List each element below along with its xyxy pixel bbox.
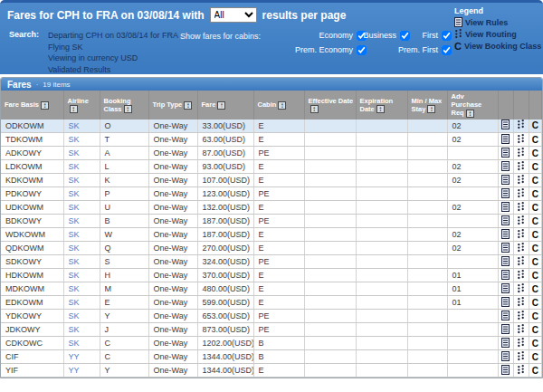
view-rules-button[interactable] — [498, 296, 513, 310]
view-rules-button[interactable] — [498, 147, 513, 160]
view-booking-class-button[interactable]: C — [529, 120, 542, 133]
legend-item-view-booking-class[interactable]: CView Booking Class — [454, 40, 541, 52]
sort-icon[interactable]: ↕ — [124, 105, 132, 113]
legend-item-view-rules[interactable]: View Rules — [454, 16, 541, 28]
view-rules-button[interactable] — [498, 323, 513, 337]
airline-link[interactable]: SK — [69, 162, 80, 171]
view-rules-button[interactable] — [498, 160, 513, 174]
view-routing-button[interactable] — [513, 364, 529, 378]
airline-link[interactable]: SK — [69, 339, 80, 348]
results-per-page-select[interactable]: All — [210, 7, 257, 23]
airline-link[interactable]: SK — [69, 325, 80, 334]
view-booking-class-button[interactable]: C — [529, 350, 542, 364]
column-header-cabin[interactable]: Cabin↕ — [253, 91, 304, 120]
view-routing-button[interactable] — [513, 242, 529, 255]
view-routing-button[interactable] — [513, 337, 529, 350]
view-routing-button[interactable] — [513, 282, 529, 296]
column-header-trip-type[interactable]: Trip Type↕ — [148, 91, 197, 120]
column-header-adv-purchase-req[interactable]: Adv Purchase Req↕ — [447, 91, 498, 120]
fare-row[interactable]: CIFYYCOne-Way1344.00(USD)BC — [1, 350, 542, 364]
view-routing-button[interactable] — [513, 215, 529, 228]
view-routing-button[interactable] — [513, 174, 529, 187]
fare-row[interactable]: ODKOWMSKOOne-Way33.00(USD)E02C — [1, 120, 542, 133]
airline-link[interactable]: SK — [69, 203, 80, 212]
view-booking-class-button[interactable]: C — [529, 269, 542, 282]
cabin-checkbox[interactable] — [442, 45, 452, 55]
view-booking-class-button[interactable]: C — [529, 160, 542, 174]
view-booking-class-button[interactable]: C — [529, 174, 542, 187]
view-routing-button[interactable] — [513, 350, 529, 364]
sort-icon[interactable]: ↑ — [217, 101, 225, 110]
airline-link[interactable]: SK — [69, 148, 80, 158]
view-rules-button[interactable] — [498, 187, 513, 201]
airline-link[interactable]: SK — [69, 230, 80, 239]
view-rules-button[interactable] — [498, 133, 513, 147]
view-rules-button[interactable] — [498, 242, 513, 255]
column-header-airline[interactable]: Airline↕ — [63, 91, 100, 120]
view-booking-class-button[interactable]: C — [529, 242, 542, 255]
view-rules-button[interactable] — [498, 337, 513, 350]
cabin-filter-prem-first[interactable]: Prem. First — [410, 43, 452, 57]
fare-row[interactable]: MDKOWMSKMOne-Way480.00(USD)E01C — [1, 282, 542, 296]
fare-row[interactable]: SDKOWYSKSOne-Way324.00(USD)PEC — [1, 255, 542, 269]
view-booking-class-button[interactable]: C — [529, 201, 542, 215]
airline-link[interactable]: SK — [69, 121, 80, 130]
fare-row[interactable]: WDKOWMSKWOne-Way187.00(USD)E02C — [1, 228, 542, 242]
view-routing-button[interactable] — [513, 160, 529, 174]
airline-link[interactable]: SK — [69, 176, 80, 185]
sort-icon[interactable]: ↕ — [278, 101, 286, 110]
view-booking-class-button[interactable]: C — [529, 215, 542, 228]
sort-icon[interactable]: ↕ — [184, 101, 192, 110]
fare-row[interactable]: JDKOWYSKJOne-Way873.00(USD)PEC — [1, 323, 542, 337]
view-routing-button[interactable] — [513, 255, 529, 269]
cabin-filter-economy[interactable]: Economy — [231, 28, 367, 43]
airline-link[interactable]: SK — [69, 284, 80, 293]
airline-link[interactable]: SK — [69, 135, 80, 144]
view-rules-button[interactable] — [498, 228, 513, 242]
fare-row[interactable]: KDKOWMSKKOne-Way107.00(USD)E02C — [1, 174, 542, 187]
view-booking-class-button[interactable]: C — [529, 310, 542, 323]
sort-icon[interactable]: ↕ — [70, 105, 78, 113]
view-routing-button[interactable] — [513, 228, 529, 242]
cabin-filter-first[interactable]: First — [410, 28, 452, 43]
sort-icon[interactable]: ↕ — [41, 101, 49, 110]
view-routing-button[interactable] — [513, 147, 529, 160]
view-booking-class-button[interactable]: C — [529, 228, 542, 242]
view-routing-button[interactable] — [513, 133, 529, 147]
airline-link[interactable]: SK — [69, 244, 80, 253]
airline-link[interactable]: SK — [69, 189, 80, 198]
sort-icon[interactable]: ↕ — [427, 105, 435, 113]
view-routing-button[interactable] — [513, 296, 529, 310]
column-header-effective-date[interactable]: Effective Date↕ — [304, 91, 356, 120]
legend-item-view-routing[interactable]: View Routing — [454, 28, 541, 40]
sort-icon[interactable]: ↕ — [376, 105, 385, 113]
airline-link[interactable]: SK — [69, 298, 80, 307]
cabin-checkbox[interactable] — [442, 31, 452, 41]
view-rules-button[interactable] — [498, 174, 513, 187]
view-booking-class-button[interactable]: C — [529, 133, 542, 147]
fare-row[interactable]: UDKOWMSKUOne-Way132.00(USD)E02C — [1, 201, 542, 215]
view-rules-button[interactable] — [498, 215, 513, 228]
airline-link[interactable]: YY — [69, 352, 80, 361]
column-header-min-max-stay[interactable]: Min / Max Stay↕ — [407, 91, 447, 120]
fare-row[interactable]: BDKOWYSKBOne-Way187.00(USD)PEC — [1, 215, 542, 228]
airline-link[interactable]: SK — [69, 257, 80, 266]
airline-link[interactable]: SK — [69, 311, 80, 320]
column-header-fare[interactable]: Fare↑ — [197, 91, 253, 120]
fare-row[interactable]: ADKOWYSKAOne-Way87.00(USD)PEC — [1, 147, 542, 160]
airline-link[interactable]: YY — [69, 366, 80, 375]
column-header-expiration-date[interactable]: Expiration Date↕ — [356, 91, 407, 120]
view-rules-button[interactable] — [498, 350, 513, 364]
airline-link[interactable]: SK — [69, 216, 80, 225]
view-booking-class-button[interactable]: C — [529, 364, 542, 378]
sort-icon[interactable]: ↕ — [466, 110, 474, 118]
view-booking-class-button[interactable]: C — [529, 296, 542, 310]
view-routing-button[interactable] — [513, 269, 529, 282]
fare-row[interactable]: QDKOWMSKQOne-Way270.00(USD)E02C — [1, 242, 542, 255]
fare-row[interactable]: EDKOWMSKEOne-Way599.00(USD)E01C — [1, 296, 542, 310]
fare-row[interactable]: TDKOWMSKTOne-Way63.00(USD)E02C — [1, 133, 542, 147]
view-booking-class-button[interactable]: C — [529, 282, 542, 296]
view-rules-button[interactable] — [498, 364, 513, 378]
fare-row[interactable]: CDKOWCSKCOne-Way1202.00(USD)BC — [1, 337, 542, 350]
cabin-filter-business[interactable]: Business — [367, 28, 410, 43]
